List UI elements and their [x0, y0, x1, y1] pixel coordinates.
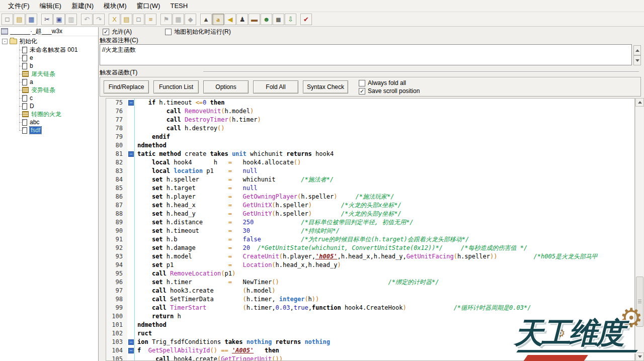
tesh-button-syntax-check[interactable]: Syntax Check [303, 80, 348, 94]
enabled-checkbox-box[interactable]: ✓ [103, 29, 109, 35]
trigger-doc-icon [22, 55, 27, 61]
trigger-editor-icon[interactable]: a [212, 14, 224, 25]
grab-hand-icon[interactable]: ◆ [185, 14, 196, 25]
code-line-88: 88 set h.head_y = GetUnitY(h.speller) /*… [106, 210, 634, 218]
code-text: f GetSpellAbilityId() == 'A005' then [137, 346, 634, 355]
tree-item-6[interactable]: c [0, 94, 98, 102]
new-comment-icon[interactable]: ≡ [145, 14, 156, 25]
code-text: call DestroyTimer(h.timer) [137, 116, 634, 124]
map-scroll-icon [1, 28, 8, 35]
code-line-76: 76 call RemoveUnit(h.model) [106, 107, 634, 116]
new-map-icon[interactable]: □ [2, 14, 13, 25]
open-map-icon[interactable]: ▤ [14, 14, 25, 25]
toolbar-separator [297, 14, 300, 25]
line-number: 87 [106, 201, 127, 210]
menu-item-5[interactable]: TESH [165, 0, 193, 12]
code-line-104: 104–f GetSpellAbilityId() == 'A005' then [106, 346, 634, 355]
code-text: set h.damage = 20 /*GetUnitState(whichun… [137, 244, 634, 252]
tree-item-label: abc [30, 119, 39, 126]
fold-collapse-icon[interactable]: – [128, 151, 134, 157]
sound-editor-icon[interactable]: ◀ [224, 14, 236, 25]
run-on-init-checkbox-box[interactable] [165, 29, 172, 35]
test-map-icon[interactable]: ✔ [300, 14, 312, 25]
tree-children: 未命名触发器 001eb屠夫链条a变异链条cD转圈的火龙abcfsdf [0, 46, 98, 134]
redo-icon[interactable]: ↷ [93, 14, 105, 25]
collapse-icon[interactable]: - [2, 39, 8, 44]
fold-collapse-icon[interactable]: – [128, 339, 134, 345]
tesh-button-function-list[interactable]: Function List [153, 80, 199, 94]
campaign-editor-icon[interactable]: ▬ [249, 14, 260, 25]
menu-item-0[interactable]: 文件(F) [3, 0, 35, 13]
delete-icon[interactable]: X [109, 14, 120, 25]
tree-item-5[interactable]: 变异链条 [0, 86, 98, 94]
fold-collapse-icon[interactable]: – [128, 348, 134, 353]
tree-item-3[interactable]: 屠夫链条 [0, 70, 98, 78]
code-text: call h.destroy() [137, 124, 634, 133]
save-scroll-checkbox[interactable]: ✓ Save scroll position [359, 87, 420, 95]
fold-margin [127, 184, 137, 193]
new-category-icon[interactable]: ▤ [121, 14, 132, 25]
tree-item-label: c [30, 95, 33, 102]
scroll-up-button[interactable] [635, 98, 644, 107]
save-script-icon[interactable]: ▦ [173, 14, 184, 25]
tree-category-row[interactable]: - 初始化 [0, 37, 98, 46]
always-fold-checkbox[interactable]: Always fold all [359, 79, 406, 86]
enabled-checkbox[interactable]: ✓ 允许(A) [103, 28, 132, 36]
tree-item-label: fsdf [30, 127, 41, 134]
object-manager-icon[interactable]: ◼ [273, 14, 284, 25]
editor-vscrollbar[interactable] [635, 98, 643, 361]
line-number: 82 [106, 158, 127, 167]
code-line-95: 95 call RemoveLocation(p1) [106, 269, 634, 278]
fold-collapse-icon[interactable]: – [128, 100, 134, 106]
terrain-editor-icon[interactable]: ▲ [200, 14, 212, 25]
undo-icon[interactable]: ↶ [81, 14, 93, 25]
tree-item-8[interactable]: 转圈的火龙 [0, 110, 98, 118]
scroll-down-button[interactable] [635, 352, 644, 361]
tree-item-10[interactable]: fsdf [0, 126, 98, 134]
object-editor-icon[interactable]: ♟ [236, 14, 248, 25]
spinner-up-button[interactable] [633, 45, 641, 55]
tree-item-label: D [30, 103, 34, 110]
ai-editor-icon[interactable]: ☻ [261, 14, 272, 25]
code-text: local location p1 = null [137, 167, 634, 175]
up-arrow-icon [638, 101, 642, 104]
tree-item-label: 未命名触发器 001 [30, 46, 77, 54]
tree-item-4[interactable]: a [0, 78, 98, 86]
tesh-button-find-replace[interactable]: Find/Replace [104, 80, 149, 94]
tree-item-9[interactable]: abc [0, 118, 98, 126]
new-trigger-icon[interactable]: □ [133, 14, 144, 25]
save-map-icon[interactable]: ▦ [26, 14, 37, 25]
menu-item-1[interactable]: 编辑(E) [35, 0, 66, 13]
menu-item-4[interactable]: 窗口(W) [132, 0, 166, 13]
always-fold-checkbox-box[interactable] [359, 80, 365, 86]
trigger-doc-icon [22, 119, 27, 126]
tree-item-7[interactable]: D [0, 102, 98, 110]
menu-item-2[interactable]: 新建(N) [66, 0, 99, 13]
tesh-button-fold-all[interactable]: Fold All [253, 80, 298, 94]
tesh-button-options[interactable]: Options [203, 80, 249, 94]
trigger-comment-input[interactable]: //火龙主函数 [100, 44, 632, 65]
code-line-87: 87 set h.head_x = GetUnitX(h.speller) /*… [106, 201, 634, 210]
toolbar: □▤▦✂▣▥↶↷X▤□≡⚑▦◆▲a◀♟▬☻◼⇩✔ [0, 12, 644, 27]
cut-icon[interactable]: ✂ [41, 14, 53, 25]
line-number: 93 [106, 252, 127, 261]
line-number: 77 [106, 116, 127, 124]
trigger-doc-icon [22, 95, 27, 102]
run-on-init-checkbox[interactable]: 地图初始化时运行(R) [165, 28, 231, 36]
code-editor[interactable]: 75– if h.timeout <=0 then76 call RemoveU… [106, 98, 635, 361]
export-script-icon[interactable]: ⇩ [285, 14, 296, 25]
fold-margin: – [127, 338, 137, 346]
spinner-down-button[interactable] [633, 55, 641, 65]
tree-item-1[interactable]: e [0, 54, 98, 62]
menu-item-3[interactable]: 模块(M) [99, 0, 132, 13]
paste-icon[interactable]: ▥ [65, 14, 77, 25]
tree-item-2[interactable]: b [0, 62, 98, 70]
copy-icon[interactable]: ▣ [53, 14, 65, 25]
enabled-checkbox-label: 允许(A) [112, 28, 132, 36]
line-number: 81 [106, 150, 127, 158]
save-scroll-checkbox-box[interactable]: ✓ [359, 88, 365, 95]
run-flag-icon[interactable]: ⚑ [160, 14, 172, 25]
tree-item-0[interactable]: 未命名触发器 001 [0, 46, 98, 54]
toolbar-separator [157, 14, 160, 25]
scroll-thumb[interactable] [636, 277, 643, 327]
